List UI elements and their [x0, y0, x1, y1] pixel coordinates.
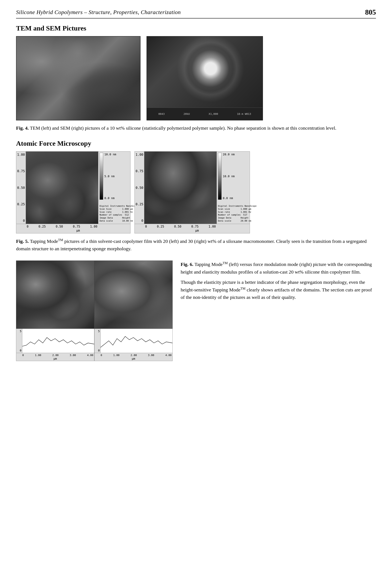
sem-footer: 0043 20kU X1,000 18-m W013: [147, 108, 263, 120]
x-100: 1.00: [90, 225, 97, 228]
y-1.00-r: 1.00: [136, 153, 143, 157]
fig6-top-left-img: [16, 260, 94, 329]
fig6-caption-para: Fig. 6. Tapping ModeTM (left) versus for…: [181, 260, 376, 276]
y-1.00: 1.00: [17, 153, 25, 157]
fig6-tm: TM: [223, 261, 228, 265]
fig6-graph-left: 5 0 0 1.00 2.00 3.00 4.00: [16, 329, 94, 361]
afm-left-y-axis: 1.00 0.75 0.50 0.25 0: [16, 152, 26, 224]
afm-left-main: 1.00 0.75 0.50 0.25 0 10.0 nm 5.0 nm: [16, 152, 130, 224]
afm-right-main: 1.00 0.75 0.50 0.25 0 20.0 nm 10.0 nm: [135, 152, 250, 224]
x-075: 0.75: [73, 225, 80, 228]
fig6-caption-p1: Tapping Mode: [194, 262, 223, 267]
afm-right-x-unit: μm: [135, 229, 250, 233]
afm-colorbar-strip: [100, 153, 103, 200]
x-025-r: 0.25: [157, 225, 164, 228]
graph-left-y-bot: 0: [20, 349, 21, 352]
afm-right-colorbar-strip: [218, 153, 221, 200]
y-0-r: 0: [141, 219, 143, 222]
colorbar-top-r: 20.0 nm: [223, 153, 235, 156]
y-0.25: 0.25: [17, 202, 25, 206]
fig6-graph-left-x-unit: μm: [16, 357, 94, 361]
colorbar-bot: 0.0 nm: [104, 196, 116, 200]
fig5-tm: TM: [58, 238, 63, 242]
fig5-caption-p2: pictures of a thin solvent-cast copolyme…: [16, 239, 367, 251]
fig6-graph-right: 5 0 0 1.00 2.00 3.00 4.00: [94, 329, 172, 361]
x-100-r: 1.00: [208, 225, 216, 228]
afm-left-data-text: Digital Instruments NanoScope Scan Size …: [100, 202, 129, 222]
x-050-r: 0.50: [174, 225, 181, 228]
colorbar-mid: 5.0 nm: [104, 175, 116, 178]
afm-colorbar-labels: 10.0 nm 5.0 nm 0.0 nm: [104, 153, 116, 200]
afm-left-image: [26, 152, 98, 224]
y-0.50-r: 0.50: [136, 186, 143, 190]
fig4-caption-text: TEM (left) and SEM (right) pictures of a…: [30, 126, 336, 131]
section1-title: TEM and SEM Pictures: [16, 24, 376, 32]
fig6-graph-left-y: 5 0: [16, 329, 22, 353]
fig4-label: Fig. 4.: [16, 126, 29, 131]
fig6-graph-right-area: [101, 329, 172, 353]
fig6-graph-left-inner: 5 0: [16, 329, 94, 353]
afm-right-x-axis: 0 0.25 0.50 0.75 1.00: [135, 224, 250, 229]
afm-right-noise: [144, 152, 217, 224]
afm-left-x-unit: μm: [16, 229, 130, 233]
sem-footer-item2: 20kU: [184, 112, 190, 115]
fig6-graph-right-x-unit: μm: [94, 357, 172, 361]
fig6-graph-right-y: 5 0: [94, 329, 101, 353]
colorbar-mid-r: 10.0 nm: [223, 175, 235, 178]
afm-left-x-axis: 0 0.25 0.50 0.75 1.00: [16, 224, 130, 229]
sem-footer-item4: 18-m W013: [237, 112, 251, 115]
afm-left-wrapper: 1.00 0.75 0.50 0.25 0 10.0 nm 5.0 nm: [16, 151, 130, 233]
afm-right-colorbar-row: 20.0 nm 10.0 nm 0.0 nm: [218, 153, 249, 200]
colorbar-bot-r: 0.0 nm: [223, 196, 235, 200]
fig4-images-row: 0043 20kU X1,000 18-m W013: [16, 36, 376, 120]
tem-noise: [16, 36, 140, 120]
page-number: 805: [365, 8, 376, 16]
x-0: 0: [27, 225, 29, 228]
colorbar-top: 10.0 nm: [104, 153, 116, 156]
sem-footer-item3: X1,000: [209, 112, 218, 115]
y-0.75: 0.75: [17, 169, 25, 173]
tem-image: [16, 36, 141, 120]
fig6-para2-tm: TM: [240, 286, 246, 290]
afm-right-image: [144, 152, 217, 224]
afm-colorbar-row: 10.0 nm 5.0 nm 0.0 nm: [100, 153, 129, 200]
sem-footer-item1: 0043: [158, 112, 165, 115]
y-0: 0: [23, 219, 25, 222]
fig6-top-right-texture: [94, 261, 172, 329]
fig6-images: 5 0 0 1.00 2.00 3.00 4.00: [16, 260, 172, 361]
afm-right-colorbar-labels: 20.0 nm 10.0 nm 0.0 nm: [223, 153, 235, 200]
fig6-graph-left-area: [22, 329, 94, 353]
y-0.50: 0.50: [17, 186, 25, 190]
x-025: 0.25: [39, 225, 46, 228]
fig6-graph-left-x-labels: 0 1.00 2.00 3.00 4.00: [16, 353, 94, 357]
fig6-top-images: [16, 260, 172, 329]
graph-right-y-top: 5: [98, 330, 100, 333]
x-075-r: 0.75: [191, 225, 199, 228]
fig5-caption-p1: Tapping Mode: [30, 239, 58, 244]
fig6-top-left-texture: [16, 261, 94, 329]
afm-right-wrapper: 1.00 0.75 0.50 0.25 0 20.0 nm 10.0 nm: [134, 151, 250, 233]
fig6-top-right-img: [94, 260, 172, 329]
x-0-r: 0: [145, 225, 147, 228]
afm-right-data-text: Digital Instruments NanoScope Scan size …: [218, 202, 249, 222]
afm-right-tapping-img: [144, 152, 217, 224]
fig5-label: Fig. 5.: [16, 239, 29, 244]
fig5-caption: Fig. 5. Tapping ModeTM pictures of a thi…: [16, 238, 376, 253]
fig6-graph-right-inner: 5 0: [94, 329, 172, 353]
afm-left-noise: [26, 152, 98, 224]
afm-row: 1.00 0.75 0.50 0.25 0 10.0 nm 5.0 nm: [16, 151, 376, 233]
graph-left-y-top: 5: [20, 330, 21, 333]
fig6-row: 5 0 0 1.00 2.00 3.00 4.00: [16, 260, 376, 361]
afm-right-colorbar-area: 20.0 nm 10.0 nm 0.0 nm Digital Instrumen…: [217, 152, 250, 224]
fig6-text: Fig. 6. Tapping ModeTM (left) versus for…: [181, 260, 376, 304]
fig6-graph-right-x-labels: 0 1.00 2.00 3.00 4.00: [94, 353, 172, 357]
afm-right-y-axis: 1.00 0.75 0.50 0.25 0: [135, 152, 144, 224]
y-0.75-r: 0.75: [136, 169, 143, 173]
graph-right-y-bot: 0: [98, 349, 100, 352]
x-050: 0.50: [56, 225, 63, 228]
page-header-title: Silicone Hybrid Copolymers – Structure, …: [16, 9, 181, 16]
afm-right-x-labels: 0 0.25 0.50 0.75 1.00: [144, 225, 217, 228]
fig6-graph-right-svg: [101, 329, 172, 353]
section2-title: Atomic Force Microscopy: [16, 140, 376, 147]
fig6-label: Fig. 6.: [181, 262, 193, 267]
